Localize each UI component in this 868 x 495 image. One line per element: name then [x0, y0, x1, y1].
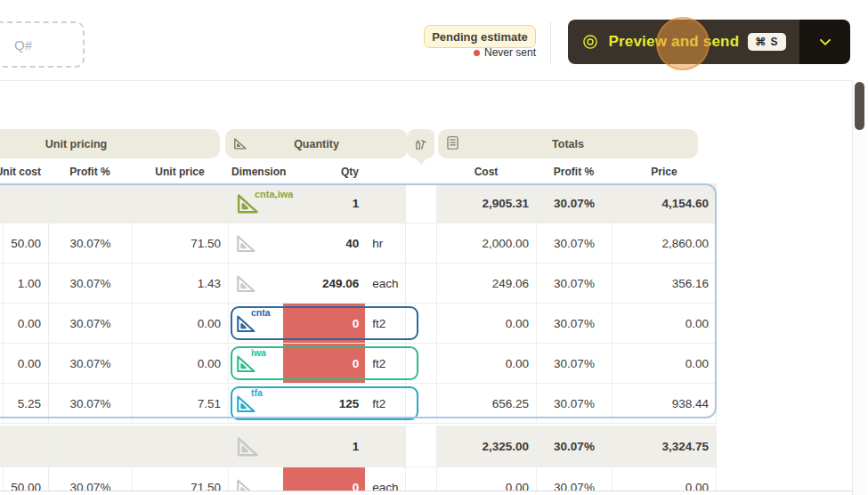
preview-and-send-button[interactable]: Preview and send ⌘ S: [568, 20, 799, 64]
profit-cell[interactable]: 30.07%: [48, 264, 132, 303]
never-sent-dot-icon: [474, 50, 480, 56]
price-cell[interactable]: 4,154.60: [612, 183, 717, 223]
price-cell[interactable]: 356.16: [612, 264, 717, 303]
cost-cell[interactable]: 2,000.00: [436, 223, 536, 263]
send-options-dropdown-button[interactable]: [799, 20, 850, 64]
profit-cell[interactable]: 30.07%: [48, 384, 132, 423]
price-cell[interactable]: 0.00: [612, 304, 717, 343]
price-cell[interactable]: 0.00: [612, 344, 717, 383]
unit-price-cell[interactable]: 0.00: [132, 304, 228, 343]
column-header-qty[interactable]: Qty: [282, 166, 359, 178]
totals-profit-cell[interactable]: 30.07%: [536, 183, 612, 223]
table-body: cnta,iwa 1 2,905.31 30.07% 4,154.60 50.0…: [0, 183, 717, 495]
qty-cell[interactable]: 125: [283, 384, 366, 423]
totals-profit-cell[interactable]: 30.07%: [536, 223, 612, 263]
cost-cell[interactable]: 2,325.00: [436, 426, 536, 467]
dimension-cell[interactable]: [229, 223, 283, 263]
estimate-table: Unit pricing Quantity: [0, 129, 717, 495]
dimension-qty-group: cnta 0 ft2: [228, 304, 406, 343]
totals-profit-cell[interactable]: 30.07%: [536, 344, 612, 383]
unit-cost-cell[interactable]: 5.25: [4, 384, 48, 423]
column-header-cost[interactable]: Cost: [436, 166, 536, 178]
unit-cost-cell[interactable]: [4, 426, 48, 467]
cost-cell[interactable]: 656.25: [436, 384, 536, 423]
preview-and-send-button-group: Preview and send ⌘ S: [568, 20, 850, 64]
column-header-unit-price[interactable]: Unit price: [132, 166, 228, 178]
unit-cost-cell[interactable]: 0.00: [4, 304, 48, 343]
unit-cell[interactable]: ft2: [365, 304, 406, 343]
cost-cell[interactable]: 2,905.31: [436, 183, 536, 223]
dimension-cell[interactable]: [229, 264, 283, 303]
unit-cost-cell[interactable]: 0.00: [4, 344, 48, 383]
qty-cell-alert[interactable]: 0: [283, 304, 366, 343]
unit-cell[interactable]: [365, 426, 406, 467]
unit-cost-cell[interactable]: [4, 183, 48, 223]
qty-cell-alert[interactable]: 0: [283, 344, 366, 383]
section-unit-pricing[interactable]: Unit pricing: [0, 129, 220, 158]
column-header-dimension[interactable]: Dimension: [231, 166, 286, 178]
totals-profit-cell[interactable]: 30.07%: [536, 384, 612, 423]
cost-cell[interactable]: 0.00: [436, 304, 536, 343]
qty-cell[interactable]: 1: [283, 183, 366, 223]
takeoff-tools-icon[interactable]: [408, 129, 434, 158]
unit-price-cell[interactable]: 71.50: [132, 223, 228, 263]
totals-profit-cell[interactable]: 30.07%: [536, 426, 612, 467]
dimension-cell[interactable]: cnta: [229, 304, 283, 343]
totals-profit-cell[interactable]: 30.07%: [536, 264, 612, 303]
unit-cell[interactable]: [365, 183, 406, 223]
scrollbar-thumb[interactable]: [855, 82, 864, 130]
column-gap: [406, 384, 436, 423]
column-header-price[interactable]: Price: [612, 166, 717, 178]
qty-cell[interactable]: 40: [283, 223, 366, 263]
unit-price-cell[interactable]: 7.51: [132, 384, 228, 423]
unit-price-cell[interactable]: 1.43: [132, 264, 228, 303]
cost-cell[interactable]: 249.06: [436, 264, 536, 303]
vertical-scrollbar[interactable]: [852, 80, 867, 495]
unit-price-cell[interactable]: [132, 183, 228, 223]
unit-cell[interactable]: ft2: [365, 344, 406, 383]
dimension-qty-group: tfa 125 ft2: [228, 384, 406, 423]
estimate-screen: Q# Pending estimate Never sent Preview a…: [0, 0, 868, 495]
chevron-down-icon: [816, 33, 834, 51]
dimension-cell[interactable]: tfa: [229, 384, 283, 423]
cost-cell[interactable]: 0.00: [436, 344, 536, 383]
dimension-cell[interactable]: cnta,iwa: [229, 183, 283, 223]
set-square-icon: [232, 431, 263, 461]
toolbar-divider: [550, 22, 551, 63]
dimension-cell[interactable]: iwa: [229, 344, 283, 383]
qty-cell[interactable]: 249.06: [283, 264, 366, 303]
group-header-row: cnta,iwa 1 2,905.31 30.07% 4,154.60: [0, 183, 717, 223]
unit-cost-cell[interactable]: 50.00: [4, 223, 48, 263]
profit-cell[interactable]: [48, 426, 132, 467]
dimension-cell[interactable]: [229, 426, 283, 467]
column-gap: [406, 426, 436, 467]
profit-cell[interactable]: [48, 183, 132, 223]
table-row: 1.00 30.07% 1.43 249.06 each 249.0: [0, 264, 717, 304]
section-totals[interactable]: Totals: [438, 129, 698, 158]
column-gap: [406, 304, 436, 343]
profit-cell[interactable]: 30.07%: [48, 223, 132, 263]
column-header-profit[interactable]: Profit %: [48, 166, 132, 178]
column-header-totals-profit[interactable]: Profit %: [536, 166, 612, 178]
unit-cell[interactable]: hr: [365, 223, 406, 263]
calculator-icon: [444, 134, 462, 152]
column-gap: [406, 264, 436, 303]
unit-cell[interactable]: each: [365, 264, 406, 303]
dimension-qty-group: 249.06 each: [228, 264, 406, 303]
unit-cost-cell[interactable]: 1.00: [4, 264, 48, 303]
column-header-unit-cost[interactable]: Unit cost: [0, 166, 41, 178]
quote-number-field[interactable]: Q#: [0, 21, 85, 68]
price-cell[interactable]: 938.44: [612, 384, 717, 423]
price-cell[interactable]: 3,324.75: [612, 426, 717, 467]
dimension-tag: cnta,iwa: [255, 189, 293, 199]
totals-profit-cell[interactable]: 30.07%: [536, 304, 612, 343]
unit-price-cell[interactable]: [132, 426, 228, 467]
qty-cell[interactable]: 1: [283, 426, 366, 467]
profit-cell[interactable]: 30.07%: [48, 344, 132, 383]
price-cell[interactable]: 2,860.00: [612, 223, 717, 263]
unit-cell[interactable]: ft2: [365, 384, 406, 423]
profit-cell[interactable]: 30.07%: [48, 304, 132, 343]
toolbar: Q# Pending estimate Never sent Preview a…: [0, 0, 868, 80]
unit-price-cell[interactable]: 0.00: [132, 344, 228, 383]
section-quantity[interactable]: Quantity: [225, 129, 408, 158]
